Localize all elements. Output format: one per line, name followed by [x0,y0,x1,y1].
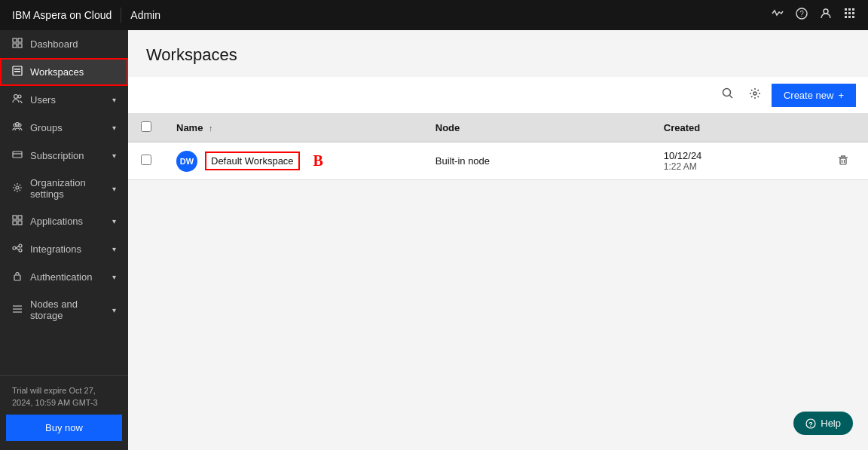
sidebar-item-subscription[interactable]: Subscription ▾ [0,142,128,170]
help-circle-icon[interactable]: ? [796,8,808,23]
row-checkbox[interactable] [141,155,151,165]
svg-line-35 [16,248,19,250]
create-new-button[interactable]: Create new + [772,84,856,107]
subscription-chevron-icon: ▾ [112,152,116,160]
integrations-chevron-icon: ▾ [112,245,116,253]
authentication-chevron-icon: ▾ [112,273,116,281]
name-sort-icon[interactable]: ↑ [209,124,213,133]
svg-rect-5 [852,8,854,11]
header-name-col: Name ↑ [164,114,423,142]
row-created-cell: 10/12/24 1:22 AM [652,142,823,180]
svg-rect-9 [845,16,847,18]
svg-rect-14 [13,44,17,47]
svg-point-40 [723,89,730,96]
sidebar-item-label-users: Users [30,94,105,106]
table-container: Name ↑ Node Created [128,114,868,180]
help-button[interactable]: ? Help [793,412,853,435]
sidebar-item-integrations[interactable]: Integrations ▾ [0,235,128,263]
activity-icon[interactable] [772,8,784,23]
users-chevron-icon: ▾ [112,96,116,104]
svg-line-34 [16,246,19,249]
row-node-cell: Built-in node [423,142,652,180]
svg-rect-13 [18,38,22,42]
applications-icon [12,215,23,228]
svg-rect-24 [13,152,22,158]
sidebar-item-org-settings[interactable]: Organization settings ▾ [0,170,128,207]
svg-point-31 [13,246,16,249]
toolbar: Create new + [128,77,868,114]
created-time-value: 1:22 AM [664,161,811,172]
svg-rect-30 [18,221,22,225]
svg-rect-12 [13,38,17,42]
sidebar-item-label-authentication: Authentication [30,271,105,283]
groups-chevron-icon: ▾ [112,124,116,132]
help-label: Help [821,418,841,429]
nodes-storage-icon [12,304,23,317]
sidebar-item-label-applications: Applications [30,216,105,227]
create-new-plus-icon: + [838,90,844,101]
svg-rect-10 [848,16,851,18]
sidebar-item-workspaces[interactable]: Workspaces A [0,58,128,86]
row-checkbox-cell [128,142,164,180]
workspaces-icon [12,66,23,78]
trial-text: Trial will expire Oct 27, 2024, 10:59 AM… [6,385,122,415]
org-settings-chevron-icon: ▾ [112,185,116,193]
sidebar-item-dashboard[interactable]: Dashboard [0,30,128,58]
sidebar-item-applications[interactable]: Applications ▾ [0,207,128,235]
sidebar-item-authentication[interactable]: Authentication ▾ [0,263,128,291]
sidebar-item-nodes-storage[interactable]: Nodes and storage ▾ [0,291,128,329]
svg-point-32 [19,244,22,247]
page-title: Workspaces [146,45,850,65]
org-settings-icon [12,182,23,195]
search-button[interactable] [717,83,738,107]
topbar-left: IBM Aspera on Cloud Admin [12,8,160,23]
node-name: Built-in node [436,155,490,167]
svg-rect-43 [840,158,846,164]
nodes-storage-chevron-icon: ▾ [112,306,116,314]
annotation-b: B [313,152,323,170]
svg-rect-7 [848,12,851,14]
sidebar-bottom: Trial will expire Oct 27, 2024, 10:59 AM… [0,375,128,450]
delete-row-button[interactable] [835,152,851,170]
sidebar-item-label-workspaces: Workspaces [30,66,116,78]
svg-rect-6 [845,12,847,14]
workspace-name[interactable]: Default Workspace [205,152,300,170]
buy-now-button[interactable]: Buy now [6,415,122,441]
svg-point-42 [753,92,756,95]
table-row: DW Default Workspace B Built-in node 10 [128,142,868,180]
svg-text:?: ? [809,421,814,428]
select-all-checkbox[interactable] [141,121,151,132]
app-brand: IBM Aspera on Cloud [12,9,112,21]
header-node-label: Node [436,122,460,133]
header-actions-col [823,114,868,142]
sidebar-item-label-groups: Groups [30,122,105,133]
create-new-label: Create new [784,90,833,101]
groups-icon [12,121,23,134]
subscription-icon [12,149,23,162]
applications-chevron-icon: ▾ [112,217,116,225]
sidebar-item-users[interactable]: Users ▾ [0,86,128,114]
svg-rect-17 [14,69,20,70]
svg-rect-3 [845,8,847,11]
created-date-value: 10/12/24 [664,150,702,161]
grid-icon[interactable] [844,8,856,23]
sidebar-item-label-nodes-storage: Nodes and storage [30,298,105,321]
header-created-label: Created [664,122,700,133]
created-date: 10/12/24 1:22 AM [664,150,811,172]
header-checkbox-col [128,114,164,142]
settings-button[interactable] [744,83,766,107]
sidebar-item-groups[interactable]: Groups ▾ [0,114,128,142]
svg-rect-28 [18,216,22,219]
page-header: Workspaces [128,30,868,77]
svg-rect-4 [848,8,851,11]
integrations-icon [12,243,23,256]
user-account-icon[interactable] [820,8,832,23]
topbar-admin-label: Admin [130,9,160,21]
topbar-divider [121,8,121,23]
svg-rect-15 [18,44,22,47]
svg-rect-18 [14,71,20,72]
sidebar-item-label-org-settings: Organization settings [30,177,105,200]
header-node-col: Node [423,114,652,142]
topbar: IBM Aspera on Cloud Admin ? [0,0,868,30]
row-name-cell: DW Default Workspace B [164,142,423,180]
